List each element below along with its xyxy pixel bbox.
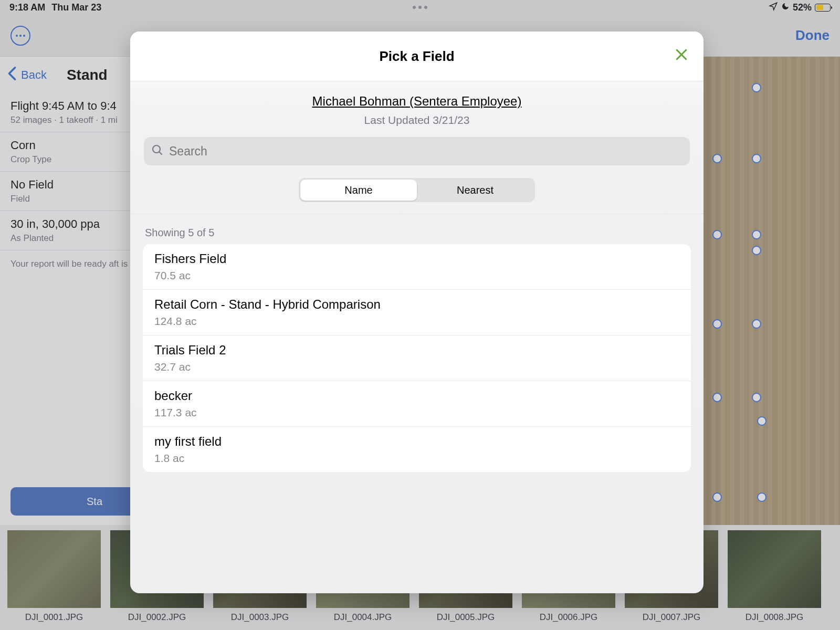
field-name: Retail Corn - Stand - Hybrid Comparison — [154, 297, 679, 312]
field-name: Fishers Field — [154, 251, 679, 266]
search-field[interactable] — [144, 137, 690, 165]
modal-subheader: Michael Bohman (Sentera Employee) Last U… — [130, 81, 704, 127]
segment-name[interactable]: Name — [300, 180, 417, 201]
sort-segmented: Name Nearest — [299, 178, 535, 202]
last-updated: Last Updated 3/21/23 — [130, 114, 704, 127]
field-item[interactable]: Trials Field 2 32.7 ac — [143, 335, 691, 381]
search-input[interactable] — [169, 144, 682, 159]
pick-field-modal: Pick a Field Michael Bohman (Sentera Emp… — [130, 32, 704, 593]
field-area: 70.5 ac — [154, 269, 679, 282]
field-item[interactable]: Retail Corn - Stand - Hybrid Comparison … — [143, 290, 691, 335]
field-area: 124.8 ac — [154, 315, 679, 328]
user-link[interactable]: Michael Bohman (Sentera Employee) — [130, 94, 704, 109]
field-area: 32.7 ac — [154, 361, 679, 373]
field-name: Trials Field 2 — [154, 343, 679, 358]
field-list: Fishers Field 70.5 ac Retail Corn - Stan… — [143, 244, 691, 472]
field-name: my first field — [154, 434, 679, 449]
search-icon — [151, 144, 164, 159]
field-area: 1.8 ac — [154, 452, 679, 465]
showing-count: Showing 5 of 5 — [130, 214, 704, 244]
field-item[interactable]: my first field 1.8 ac — [143, 427, 691, 472]
field-item[interactable]: becker 117.3 ac — [143, 381, 691, 427]
close-icon — [674, 47, 689, 65]
close-button[interactable] — [672, 46, 691, 65]
field-item[interactable]: Fishers Field 70.5 ac — [143, 244, 691, 290]
modal-header: Pick a Field — [130, 32, 704, 81]
svg-line-3 — [159, 152, 162, 154]
segment-nearest[interactable]: Nearest — [417, 180, 533, 201]
modal-title: Pick a Field — [379, 48, 454, 65]
field-name: becker — [154, 388, 679, 403]
field-area: 117.3 ac — [154, 406, 679, 419]
